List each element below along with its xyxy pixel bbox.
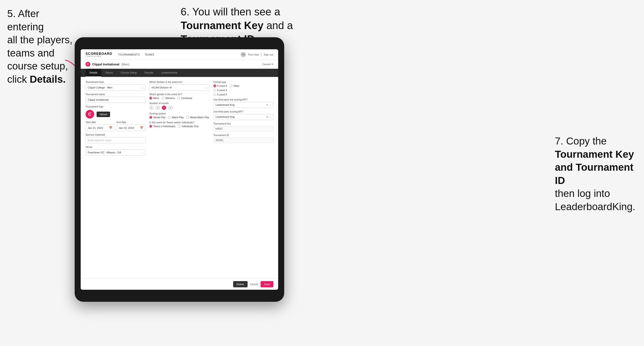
gender-womens[interactable]: Womens [162,97,175,100]
third-party1-label: Use third-party live scoring API? [214,98,273,101]
scoring-match-dot [168,116,171,119]
host-input[interactable]: Clippd College - Men ⌄ [86,84,146,91]
delete-button[interactable]: Delete [233,281,248,287]
separator: | [261,53,262,56]
logo-preview: C [86,110,94,119]
nav-teams[interactable]: TEAMS [144,53,154,56]
start-date-input[interactable]: Jan 21, 2024 📅 [86,125,115,131]
round-1[interactable]: 1 [149,106,154,110]
tab-details[interactable]: Details [86,69,102,77]
logo-group: Tournament logo C Upload [86,105,146,119]
end-date-input[interactable]: Jan 23, 2024 📅 [116,125,146,131]
tournament-key-label: Tournament Key [214,122,273,125]
nav-links: TOURNAMENTS TEAMS [118,53,235,56]
gender-mens[interactable]: Mens [149,97,159,100]
logo-upload-area: C Upload [86,110,146,119]
venue-label: Venue [86,146,146,148]
nav-tournaments[interactable]: TOURNAMENTS [118,53,140,56]
tab-results[interactable]: Results [141,69,157,77]
gender-mens-dot [149,97,152,100]
round-4[interactable]: 4 [168,106,172,110]
sub-header-cancel[interactable]: Cancel ✕ [262,63,273,66]
tab-teams[interactable]: Teams [102,69,117,77]
form-col2: Which division is the event for? NCAA Di… [149,81,209,156]
app-logo-subtitle: Powered by clippit [86,55,112,57]
tournament-name: Clippd Invitational [92,62,120,66]
third-party1-clear[interactable]: ✕ ⌄ [266,103,271,107]
start-date-label: Start date [86,121,115,124]
venue-group: Venue Peachtree GC - Atlanta - GA ⌄ [86,146,146,156]
save-button[interactable]: Save [260,281,273,287]
cancel-button[interactable]: Cancel [250,283,258,286]
rounds-group: Number of rounds 1 2 3 4 [149,102,209,110]
scoring-label: Scoring system [149,112,209,115]
gender-combined[interactable]: Combined [177,97,192,100]
format-6count4-dot [214,89,216,92]
division-arrow-icon: ⌄ [206,86,207,89]
scoring-stroke-dot [149,116,152,119]
calendar-icon: 📅 [109,126,112,129]
format-5count4[interactable]: 5 count 4 [214,84,227,87]
round-3[interactable]: 3 [162,106,166,110]
tournament-key-value: b4f0b7 [214,126,273,132]
third-party1-select[interactable]: Leaderboard King ✕ ⌄ [214,102,273,108]
teams-radio-group: Teams (+Individuals) Individuals Only [149,125,209,128]
sub-header: C Clippd Invitational (Men) Cancel ✕ [81,60,278,69]
app-logo-title: SCOREBOARD [86,52,112,55]
tournament-suffix: (Men) [122,62,130,66]
name-label: Tournament name [86,93,146,96]
bottom-actions: Delete Cancel Save [81,278,278,290]
host-label: Tournament Host [86,81,146,83]
tournament-id-value: 302051 [214,138,273,143]
scoring-medal-dot [186,116,189,119]
gender-womens-dot [162,97,164,100]
format-6count4[interactable]: 6 count 4 [214,89,273,92]
third-party2-clear[interactable]: ✕ ⌄ [266,115,271,119]
c-logo-icon: C [86,62,90,67]
venue-input[interactable]: Peachtree GC - Atlanta - GA ⌄ [86,149,146,156]
tournament-id-group: Tournament ID 302051 [214,134,273,143]
gender-group: Which gender is the event for? Mens Wome… [149,93,209,100]
scoring-medal[interactable]: Medal Match Play [186,116,209,119]
format-6count5[interactable]: 6 count 5 [214,93,273,96]
tab-course-setup[interactable]: Course Setup [117,69,141,77]
division-input[interactable]: NCAA Division III ⌄ [149,84,209,91]
format-6count5-dot [214,93,216,96]
format-row1: 5 count 4 Other [214,84,273,87]
tabs-bar: Details Teams Course Setup Results Leade… [81,69,278,77]
gender-radio-group: Mens Womens Combined [149,97,209,100]
upload-button[interactable]: Upload [96,112,110,117]
calendar-icon2: 📅 [140,126,143,129]
gender-combined-dot [177,97,180,100]
tournament-key-group: Tournament Key b4f0b7 [214,122,273,132]
sponsor-group: Sponsor (optional) Enter sponsor name [86,134,146,143]
round-2[interactable]: 2 [156,106,160,110]
scoring-match[interactable]: Match Play [168,116,184,119]
scoring-group: Scoring system Stroke Play Match Play [149,112,209,119]
tab-leaderboards[interactable]: Leaderboards [157,69,181,77]
tournament-title: C Clippd Invitational (Men) [86,62,130,67]
format-label: Format type [214,81,273,83]
sponsor-input[interactable]: Enter sponsor name [86,137,146,143]
form-col1: Tournament Host Clippd College - Men ⌄ T… [86,81,146,156]
third-party2-label: Use third-party scoring API? [214,110,273,113]
third-party2-group: Use third-party scoring API? Leaderboard… [214,110,273,120]
sign-out-link[interactable]: Sign out [264,53,273,56]
scoring-stroke[interactable]: Stroke Play [149,116,166,119]
user-avatar: TU [240,52,246,57]
third-party2-select[interactable]: Leaderboard King ✕ ⌄ [214,114,273,120]
tournament-id-label: Tournament ID [214,134,273,137]
teams-plus-dot [149,125,152,128]
host-arrow-icon: ⌄ [141,86,143,89]
name-input[interactable]: Clippd Invitational [86,97,146,103]
rounds-row: 1 2 3 4 [149,106,209,110]
tablet-device: SCOREBOARD Powered by clippit TOURNAMENT… [75,37,284,302]
individuals-only[interactable]: Individuals Only [178,125,199,128]
format-options: 5 count 4 Other 6 count 4 [214,84,273,96]
format-other[interactable]: Other [230,84,240,87]
teams-plus-individuals[interactable]: Teams (+Individuals) [149,125,175,128]
date-row: Start date Jan 21, 2024 📅 End date Jan 2… [86,121,146,131]
tablet-screen: SCOREBOARD Powered by clippit TOURNAMENT… [81,49,278,290]
gender-label: Which gender is the event for? [149,93,209,96]
sponsor-label: Sponsor (optional) [86,134,146,136]
